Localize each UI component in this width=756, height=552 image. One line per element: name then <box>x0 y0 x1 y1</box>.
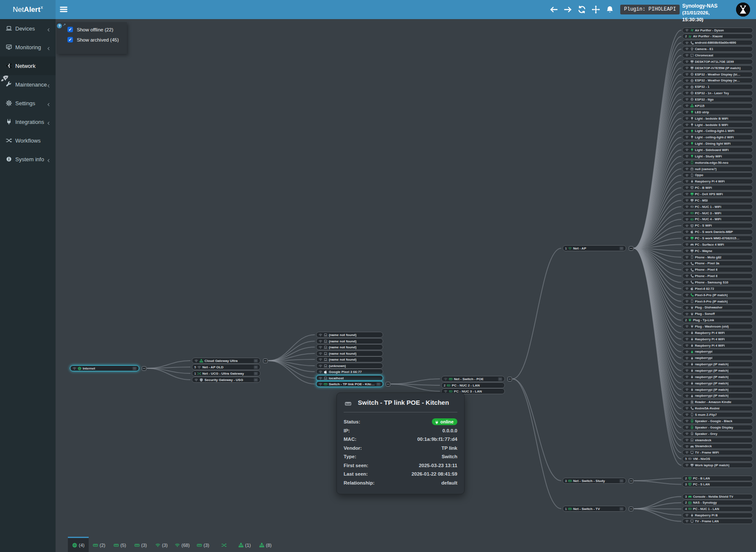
graph-node-nnf2[interactable]: (name not found) <box>316 338 383 344</box>
sidebar-item-settings[interactable]: Settings <box>0 94 56 112</box>
device-node[interactable]: Pixel-9-Pro (IP match) <box>682 292 753 298</box>
device-node[interactable]: Plug - Washroom (old) <box>682 324 753 329</box>
device-node[interactable]: Light - ceiling-light-2 WiFi <box>682 134 753 140</box>
rocket-icon[interactable] <box>0 74 9 83</box>
device-node[interactable]: ESP32 - Weather Display (w… <box>682 78 753 83</box>
device-node[interactable]: raspberrypi (IP match) <box>682 374 753 380</box>
device-node[interactable]: Speaker - Google Display <box>682 425 753 430</box>
collapse-cluster-button[interactable]: – <box>629 479 633 483</box>
subnet-tab-6[interactable]: (68) <box>172 537 193 552</box>
device-node[interactable]: Plug - Sonoff <box>682 311 753 317</box>
device-node[interactable]: Pixel-6 82:72 <box>682 286 753 291</box>
graph-node-sw-study[interactable]: 3Net - Switch - Study <box>563 478 626 484</box>
graph-node-net-ucg[interactable]: 1Net - UCG - Ultra Gateway <box>192 370 260 376</box>
device-node[interactable]: PC - Dell XPS WiFi <box>682 191 753 197</box>
device-node[interactable]: PC - MSI <box>682 198 753 203</box>
sidebar-item-network[interactable]: Network <box>0 56 56 75</box>
device-node[interactable]: null (camera?) <box>682 166 753 172</box>
subnet-tab-3[interactable]: (5) <box>109 537 130 552</box>
device-node[interactable]: 2Plug - Tp-Link <box>682 317 753 323</box>
device-node[interactable]: PC - NUC 4 - WiFi <box>682 216 753 222</box>
device-node[interactable]: Redmi5A-Redmi <box>682 406 753 411</box>
node-handle-icon[interactable] <box>376 382 381 386</box>
device-node[interactable]: android-68608b93a00e4690 <box>682 40 753 45</box>
device-node[interactable]: Phone - Pixel 3a <box>682 261 753 266</box>
device-node[interactable]: Light - Study WiFi <box>682 154 753 159</box>
collapse-cluster-button[interactable]: – <box>629 507 633 511</box>
device-node[interactable]: raspberrypi (IP match) <box>682 381 753 386</box>
subnet-tab-1[interactable]: (4) <box>68 537 89 552</box>
show-archived-checkbox[interactable]: ✓ <box>67 37 73 42</box>
device-node[interactable]: KP115 <box>682 103 753 109</box>
nav-forward-icon[interactable] <box>564 6 572 14</box>
device-node[interactable]: Reader - Amazon Kindle <box>682 399 753 405</box>
device-node[interactable]: PC - NUC 3 - WiFi <box>682 210 753 216</box>
graph-node-net-ap[interactable]: 1Net - AP <box>563 245 626 251</box>
collapse-cluster-button[interactable]: – <box>507 377 512 381</box>
collapse-cluster-button[interactable]: – <box>629 246 633 251</box>
device-node[interactable]: Light - Dining light WiFi <box>682 141 753 146</box>
device-node[interactable]: PC - B WiFi <box>682 185 753 191</box>
graph-node-sec-gw[interactable]: Security Gateway - USG <box>192 377 260 383</box>
node-handle-icon[interactable] <box>498 377 502 381</box>
sidebar-item-system-info[interactable]: System info <box>0 150 56 168</box>
graph-node-nnf3[interactable]: (name not found) <box>316 344 383 350</box>
device-node[interactable]: Oppo <box>682 172 753 178</box>
device-node[interactable]: ESP32 - 1n - Laser Toy <box>682 90 753 96</box>
collapse-cluster-button[interactable]: – <box>386 382 390 387</box>
notifications-bell-icon[interactable] <box>606 6 614 14</box>
device-node[interactable]: ESP32 - Weather Display (bl… <box>682 72 753 77</box>
node-handle-icon[interactable] <box>619 507 624 511</box>
device-node[interactable]: ESP32 - ttgo <box>682 97 753 102</box>
sidebar-item-workflows[interactable]: Workflows <box>0 131 56 150</box>
device-node[interactable]: raspberrypi (IP match) <box>682 361 753 367</box>
device-node[interactable]: TV - Frame WiFi <box>682 450 753 455</box>
pan-move-icon[interactable] <box>592 6 600 14</box>
nav-back-icon[interactable] <box>550 6 558 14</box>
device-node[interactable]: Phone - Pixel 6 <box>682 267 753 272</box>
device-node[interactable]: raspberrypi <box>682 355 753 361</box>
graph-node-nuc2[interactable]: 2PC - NUC 2 - LAN <box>441 382 505 388</box>
subnet-tab-10[interactable]: (8) <box>255 537 276 552</box>
subnet-tab-7[interactable]: (3) <box>193 537 213 552</box>
device-node[interactable]: steamdeck <box>682 437 753 443</box>
external-link-icon[interactable]: ↗ <box>63 22 66 27</box>
device-node[interactable]: 4PC - NUC 1 - LAN <box>682 506 753 512</box>
sidebar-item-devices[interactable]: Devices <box>0 19 56 38</box>
collapse-cluster-button[interactable]: – <box>263 359 268 363</box>
device-node[interactable]: Speaker - Google - Black <box>682 418 753 424</box>
user-avatar[interactable] <box>736 3 750 17</box>
device-node[interactable]: Phone - Samsung S10 <box>682 280 753 285</box>
device-node[interactable]: raspberrypi (IP match) <box>682 393 753 398</box>
device-node[interactable]: PC - S work Daniels-MBP <box>682 229 753 235</box>
device-node[interactable]: 2NAS - Synology <box>682 500 753 505</box>
brand-logo[interactable]: NetAlertx <box>0 0 56 19</box>
graph-node-net-ap-old[interactable]: 5Net - AP OLD <box>192 364 260 370</box>
sidebar-item-integrations[interactable]: Integrations <box>0 112 56 131</box>
device-node[interactable]: 3Console - Nvidia Shield TV <box>682 494 753 499</box>
menu-toggle-icon[interactable] <box>59 5 68 14</box>
device-node[interactable]: Phone - Moto g82 <box>682 255 753 260</box>
subnet-tab-8[interactable] <box>213 537 234 552</box>
device-node[interactable]: DESKTOP-IV7E55M (IP match) <box>682 65 753 71</box>
device-node[interactable]: 2Air Purifier - Xiaomi <box>682 34 753 39</box>
device-node[interactable]: Camera - E1 <box>682 46 753 52</box>
node-handle-icon[interactable] <box>254 372 258 375</box>
graph-node-nnf5[interactable]: (name not found) <box>316 356 383 362</box>
graph-node-switch-tp[interactable]: Switch - TP link POE - Kitchen <box>316 381 383 387</box>
device-node[interactable]: LED strip <box>682 109 753 115</box>
graph-node-nnf1[interactable]: (name not found) <box>316 332 383 338</box>
device-node[interactable]: Raspberry Pi 4 WiFi <box>682 179 753 184</box>
device-node[interactable]: TV - Frame LAN <box>682 518 753 524</box>
graph-node-cloud-gw[interactable]: Cloud Gateway Ultra <box>192 358 260 364</box>
device-node[interactable]: raspberrypi (IP match) <box>682 387 753 392</box>
device-node[interactable]: ESP32 - 1 <box>682 84 753 90</box>
device-node[interactable]: PC - S work MMD-67082015… <box>682 235 753 241</box>
device-node[interactable]: Air Purifier - Dyson <box>682 28 753 33</box>
node-handle-icon[interactable] <box>619 479 624 483</box>
device-node[interactable]: DESKTOP-H71L7GE 1E99 <box>682 59 753 64</box>
refresh-icon[interactable] <box>578 6 586 14</box>
device-node[interactable]: Plug - Dishwasher <box>682 305 753 310</box>
device-node[interactable]: Light - Sideboard WiFi <box>682 147 753 153</box>
device-node[interactable]: S mum Z-Flip7 <box>682 412 753 418</box>
